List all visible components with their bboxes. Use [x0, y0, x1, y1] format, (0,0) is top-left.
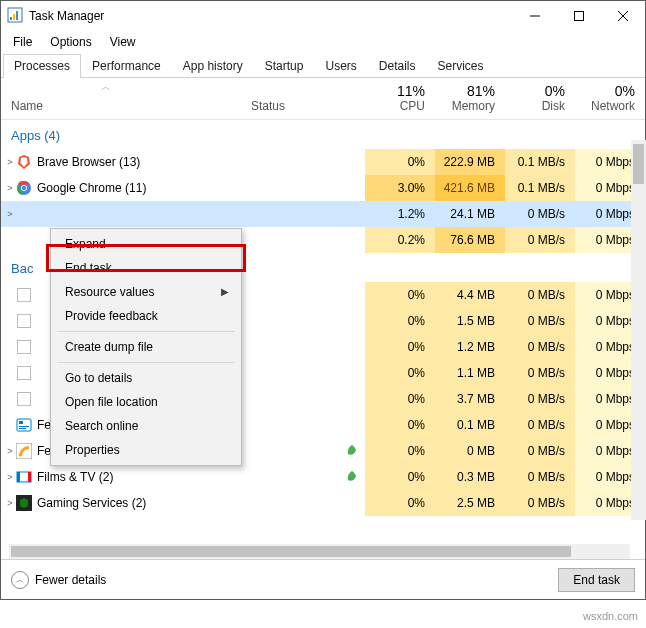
tab-startup[interactable]: Startup	[254, 54, 315, 78]
column-name[interactable]: Name	[1, 99, 245, 119]
end-task-button[interactable]: End task	[558, 568, 635, 592]
cpu-cell: 0%	[365, 464, 435, 490]
cpu-cell: 0%	[365, 490, 435, 516]
menu-file[interactable]: File	[5, 33, 40, 51]
svg-rect-14	[18, 367, 31, 380]
tab-services[interactable]: Services	[427, 54, 495, 78]
footer: ︿ Fewer details End task	[1, 559, 645, 599]
column-cpu[interactable]: 11%CPU	[365, 83, 435, 119]
process-icon	[15, 392, 33, 406]
svg-rect-24	[28, 472, 31, 482]
context-menu-item[interactable]: Properties	[53, 438, 239, 462]
expand-icon[interactable]: >	[1, 157, 15, 167]
tab-details[interactable]: Details	[368, 54, 427, 78]
scrollbar-thumb[interactable]	[11, 546, 571, 557]
disk-cell: 0.1 MB/s	[505, 149, 575, 175]
svg-rect-17	[19, 421, 23, 424]
svg-rect-1	[10, 17, 12, 20]
column-network[interactable]: 0%Network	[575, 83, 645, 119]
column-memory[interactable]: 81%Memory	[435, 83, 505, 119]
context-menu-item[interactable]: Expand	[53, 232, 239, 256]
process-icon	[15, 340, 33, 354]
column-status[interactable]: Status	[245, 99, 365, 119]
menubar: File Options View	[1, 31, 645, 53]
process-name: Google Chrome (11)	[33, 181, 317, 195]
tab-users[interactable]: Users	[314, 54, 367, 78]
svg-rect-2	[13, 14, 15, 20]
memory-cell: 222.9 MB	[435, 149, 505, 175]
group-header: Apps (4)	[1, 120, 645, 149]
menu-view[interactable]: View	[102, 33, 144, 51]
context-menu-item[interactable]: Create dump file	[53, 335, 239, 359]
minimize-button[interactable]	[513, 1, 557, 31]
memory-cell: 4.4 MB	[435, 282, 505, 308]
memory-cell: 2.5 MB	[435, 490, 505, 516]
sort-indicator-icon: ︿	[101, 80, 111, 94]
memory-cell: 421.6 MB	[435, 175, 505, 201]
disk-cell: 0 MB/s	[505, 334, 575, 360]
disk-cell: 0 MB/s	[505, 201, 575, 227]
cpu-cell: 0%	[365, 360, 435, 386]
process-icon	[15, 417, 33, 433]
process-name: Brave Browser (13)	[33, 155, 317, 169]
memory-cell: 1.1 MB	[435, 360, 505, 386]
menu-separator	[57, 362, 235, 363]
process-icon	[15, 443, 33, 459]
cpu-cell: 0%	[365, 282, 435, 308]
status-icon	[317, 470, 365, 484]
context-menu-item[interactable]: Open file location	[53, 390, 239, 414]
context-menu-item[interactable]: End task	[53, 256, 239, 280]
process-icon	[15, 366, 33, 380]
expand-icon[interactable]: >	[1, 446, 15, 456]
maximize-button[interactable]	[557, 1, 601, 31]
disk-cell: 0 MB/s	[505, 490, 575, 516]
cpu-cell: 0%	[365, 149, 435, 175]
tab-app-history[interactable]: App history	[172, 54, 254, 78]
memory-cell: 76.6 MB	[435, 227, 505, 253]
process-name: Films & TV (2)	[33, 470, 317, 484]
tab-processes[interactable]: Processes	[3, 54, 81, 78]
cpu-cell: 0%	[365, 386, 435, 412]
process-name: Gaming Services (2)	[33, 496, 317, 510]
process-row[interactable]: >Google Chrome (11)3.0%421.6 MB0.1 MB/s0…	[1, 175, 645, 201]
context-menu-item[interactable]: Search online	[53, 414, 239, 438]
disk-cell: 0 MB/s	[505, 438, 575, 464]
context-menu: ExpandEnd taskResource values▶Provide fe…	[50, 228, 242, 466]
svg-rect-19	[19, 428, 26, 429]
expand-icon[interactable]: >	[1, 472, 15, 482]
process-icon	[15, 180, 33, 196]
fewer-details-button[interactable]: ︿ Fewer details	[11, 571, 106, 589]
svg-rect-3	[16, 11, 18, 20]
memory-cell: 0 MB	[435, 438, 505, 464]
svg-rect-15	[18, 393, 31, 406]
process-icon	[15, 495, 33, 511]
tab-performance[interactable]: Performance	[81, 54, 172, 78]
close-button[interactable]	[601, 1, 645, 31]
horizontal-scrollbar[interactable]	[9, 544, 630, 559]
scrollbar-thumb[interactable]	[633, 144, 644, 184]
column-disk[interactable]: 0%Disk	[505, 83, 575, 119]
process-row[interactable]: >Gaming Services (2)0%2.5 MB0 MB/s0 Mbps	[1, 490, 645, 516]
context-menu-item[interactable]: Provide feedback	[53, 304, 239, 328]
context-menu-item[interactable]: Resource values▶	[53, 280, 239, 304]
process-icon	[15, 469, 33, 485]
process-row[interactable]: >1.2%24.1 MB0 MB/s0 Mbps	[1, 201, 645, 227]
process-row[interactable]: >Films & TV (2)0%0.3 MB0 MB/s0 Mbps	[1, 464, 645, 490]
process-row[interactable]: >Brave Browser (13)0%222.9 MB0.1 MB/s0 M…	[1, 149, 645, 175]
menu-separator	[57, 331, 235, 332]
fewer-details-label: Fewer details	[35, 573, 106, 587]
app-icon	[7, 7, 23, 26]
menu-options[interactable]: Options	[42, 33, 99, 51]
disk-cell: 0.1 MB/s	[505, 175, 575, 201]
svg-point-10	[22, 186, 26, 190]
memory-cell: 24.1 MB	[435, 201, 505, 227]
expand-icon[interactable]: >	[1, 498, 15, 508]
expand-icon[interactable]: >	[1, 183, 15, 193]
expand-icon[interactable]: >	[1, 209, 15, 219]
titlebar: Task Manager	[1, 1, 645, 31]
cpu-cell: 0%	[365, 308, 435, 334]
memory-cell: 3.7 MB	[435, 386, 505, 412]
context-menu-item[interactable]: Go to details	[53, 366, 239, 390]
chevron-up-icon: ︿	[11, 571, 29, 589]
vertical-scrollbar[interactable]	[631, 140, 646, 520]
